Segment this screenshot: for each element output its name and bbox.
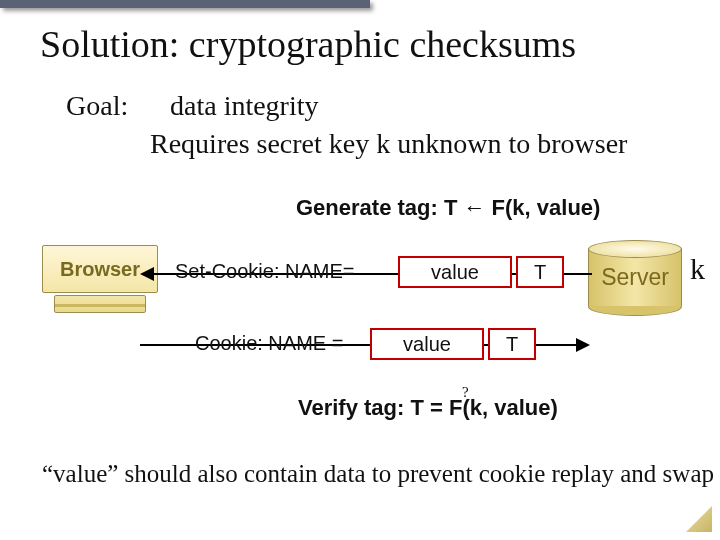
requires-text: Requires secret key k unknown to browser bbox=[150, 128, 627, 160]
goal-text: data integrity bbox=[170, 90, 319, 122]
browser-base bbox=[54, 295, 146, 313]
server-top bbox=[588, 240, 682, 258]
verify-tag-text: Verify tag: T = F(k, value) bbox=[298, 395, 558, 421]
key-k-label: k bbox=[690, 252, 705, 286]
goal-label: Goal: bbox=[66, 90, 128, 122]
slide: Solution: cryptographic checksums Goal: … bbox=[0, 0, 720, 540]
browser-icon: Browser bbox=[42, 245, 158, 317]
cookie-text: Cookie: NAME = bbox=[195, 332, 343, 355]
set-cookie-tag-box: T bbox=[516, 256, 564, 288]
footnote-text: “value” should also contain data to prev… bbox=[42, 460, 714, 488]
generate-tag-text: Generate tag: T ← F(k, value) bbox=[296, 195, 600, 221]
server-icon: Server bbox=[588, 240, 682, 314]
set-cookie-value-box: value bbox=[398, 256, 512, 288]
page-corner-icon bbox=[686, 506, 712, 532]
cookie-tag-box: T bbox=[488, 328, 536, 360]
set-cookie-text: Set-Cookie: NAME= bbox=[175, 260, 355, 283]
cookie-value-box: value bbox=[370, 328, 484, 360]
title-rule bbox=[0, 0, 370, 8]
slide-title: Solution: cryptographic checksums bbox=[40, 22, 576, 66]
